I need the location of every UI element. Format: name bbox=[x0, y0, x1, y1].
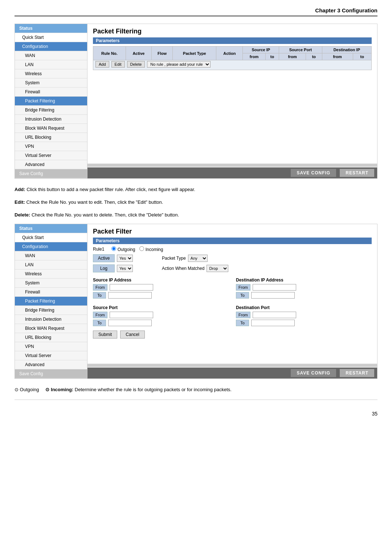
sidebar2-item-wireless[interactable]: Wireless bbox=[15, 270, 87, 279]
desc-edit: Edit: Check the Rule No. you want to edi… bbox=[15, 199, 377, 206]
packet-filter-table: Rule No. Active Flow Packet Type Action … bbox=[93, 46, 372, 70]
dest-ip-from-row: From bbox=[236, 284, 372, 291]
chapter-title: Chapter 3 Configuration bbox=[315, 7, 377, 13]
desc-delete-text: Check the Rule No. you want to delete. T… bbox=[32, 212, 179, 218]
panel1-title: Packet Filtering bbox=[93, 28, 372, 35]
sidebar-item-vpn[interactable]: VPN bbox=[15, 142, 87, 151]
desc-delete: Delete: Check the Rule No. you want to d… bbox=[15, 211, 377, 219]
source-port-to-input[interactable] bbox=[108, 320, 152, 326]
incoming-label[interactable]: Incoming bbox=[139, 246, 163, 252]
source-ip-from-row: From bbox=[93, 284, 229, 291]
active-label: Active bbox=[93, 254, 115, 262]
action-select[interactable]: Drop Accept bbox=[207, 265, 228, 272]
sidebar2-item-configuration[interactable]: Configuration bbox=[15, 242, 87, 251]
sidebar-item-packet-filtering[interactable]: Packet Filtering bbox=[15, 97, 87, 106]
outgoing-radio[interactable] bbox=[111, 246, 116, 251]
sidebar2-item-intrusion-detection[interactable]: Intrusion Detection bbox=[15, 315, 87, 324]
outgoing-text: Outgoing bbox=[118, 247, 135, 252]
sidebar-item-wireless[interactable]: Wireless bbox=[15, 69, 87, 78]
sidebar2-item-wan[interactable]: WAN bbox=[15, 251, 87, 260]
sidebar2-item-save-config[interactable]: Save Config bbox=[15, 369, 87, 378]
sidebar-item-wan[interactable]: WAN bbox=[15, 51, 87, 60]
source-port-from-input[interactable] bbox=[110, 312, 153, 318]
scrollbar1[interactable] bbox=[87, 164, 377, 167]
sidebar2-item-system[interactable]: System bbox=[15, 279, 87, 288]
sidebar-item-bridge-filtering[interactable]: Bridge Filtering bbox=[15, 106, 87, 115]
incoming-text: Incoming bbox=[146, 247, 163, 252]
save-config-btn1[interactable]: SAVE CONFIG bbox=[291, 169, 336, 177]
sidebar-item-status[interactable]: Status bbox=[15, 24, 87, 33]
sidebar-item-firewall[interactable]: Firewall bbox=[15, 88, 87, 97]
sidebar-item-quickstart[interactable]: Quick Start bbox=[15, 33, 87, 42]
source-ip-to-row: To bbox=[93, 292, 229, 299]
th-source-port-to: to bbox=[306, 53, 322, 60]
th-source-ip: Source IP bbox=[243, 46, 279, 53]
active-select[interactable]: Yes No bbox=[117, 255, 133, 262]
delete-button[interactable]: Delete bbox=[127, 61, 145, 68]
sidebar-item-intrusion-detection[interactable]: Intrusion Detection bbox=[15, 115, 87, 124]
desc-add-text: Click this button to add a new packet fi… bbox=[26, 187, 195, 192]
sidebar2-item-bridge-filtering[interactable]: Bridge Filtering bbox=[15, 306, 87, 315]
outgoing-label[interactable]: Outgoing bbox=[111, 246, 135, 252]
restart-btn2[interactable]: RESTART bbox=[340, 369, 374, 377]
log-action-row: Log Yes No Action When Matched Drop Acce… bbox=[93, 264, 372, 272]
dest-port-title: Destination Port bbox=[236, 305, 372, 310]
panel1: Status Quick Start Configuration WAN LAN… bbox=[15, 24, 377, 179]
panel2-title: Packet Filter bbox=[93, 228, 372, 235]
panel2: Status Quick Start Configuration WAN LAN… bbox=[15, 224, 377, 379]
source-ip-to-input[interactable] bbox=[108, 292, 152, 299]
scrollbar2[interactable] bbox=[87, 364, 377, 367]
sidebar2-item-quickstart[interactable]: Quick Start bbox=[15, 233, 87, 242]
restart-btn1[interactable]: RESTART bbox=[340, 169, 374, 177]
save-config-btn2[interactable]: SAVE CONFIG bbox=[291, 369, 336, 377]
add-button[interactable]: Add bbox=[95, 61, 109, 68]
footer-text: Determine whether the rule is for outgoi… bbox=[75, 387, 232, 392]
desc-edit-text: Check the Rule No. you want to edit. The… bbox=[26, 199, 163, 205]
th-destination-ip: Destination IP bbox=[322, 46, 371, 53]
sidebar-item-virtual-server[interactable]: Virtual Server bbox=[15, 151, 87, 160]
log-label: Log bbox=[93, 264, 115, 272]
sidebar2-item-lan[interactable]: LAN bbox=[15, 260, 87, 270]
no-rule-select[interactable]: No rule , please add your rule bbox=[147, 61, 211, 68]
th-source-port: Source Port bbox=[279, 46, 322, 53]
sidebar2-item-url-blocking[interactable]: URL Blocking bbox=[15, 333, 87, 342]
toolbar-row: Add Edit Delete No rule , please add you… bbox=[95, 61, 369, 68]
dest-ip-to-input[interactable] bbox=[251, 292, 295, 299]
panel2-content: Packet Filter Parameters Rule1 Outgoing … bbox=[87, 224, 377, 378]
dest-port-from-input[interactable] bbox=[253, 312, 296, 318]
cancel-button[interactable]: Cancel bbox=[120, 331, 144, 339]
sidebar2-item-virtual-server[interactable]: Virtual Server bbox=[15, 351, 87, 360]
packet-type-select[interactable]: Any TCP UDP ICMP bbox=[188, 255, 208, 262]
sidebar2-item-packet-filtering[interactable]: Packet Filtering bbox=[15, 297, 87, 306]
page-divider bbox=[15, 400, 377, 400]
submit-button[interactable]: Submit bbox=[93, 331, 117, 339]
sidebar-item-configuration[interactable]: Configuration bbox=[15, 42, 87, 51]
main-content1: Packet Filtering Parameters Rule No. Act… bbox=[87, 24, 377, 163]
edit-button[interactable]: Edit bbox=[111, 61, 125, 68]
source-ip-from-input[interactable] bbox=[110, 284, 153, 291]
source-port-title: Source Port bbox=[93, 305, 229, 310]
page-container: Chapter 3 Configuration Status Quick Sta… bbox=[0, 0, 392, 424]
sidebar2-item-advanced[interactable]: Advanced bbox=[15, 360, 87, 369]
sidebar-item-lan[interactable]: LAN bbox=[15, 60, 87, 69]
sidebar2-item-status[interactable]: Status bbox=[15, 224, 87, 233]
sidebar-item-block-wan-request[interactable]: Block WAN Request bbox=[15, 124, 87, 133]
source-ip-title: Source IP Address bbox=[93, 278, 229, 283]
dest-ip-from-input[interactable] bbox=[253, 284, 296, 291]
sidebar2-item-firewall[interactable]: Firewall bbox=[15, 288, 87, 297]
log-select[interactable]: Yes No bbox=[117, 265, 133, 272]
sidebar-item-system[interactable]: System bbox=[15, 78, 87, 88]
source-port-from-label: From bbox=[93, 312, 107, 318]
sidebar-item-advanced[interactable]: Advanced bbox=[15, 160, 87, 169]
sidebar2-item-vpn[interactable]: VPN bbox=[15, 342, 87, 351]
incoming-radio[interactable] bbox=[139, 246, 144, 251]
dest-ip-col: Destination IP Address From To bbox=[236, 275, 372, 300]
dest-port-to-input[interactable] bbox=[251, 320, 295, 326]
th-source-port-from: from bbox=[279, 53, 306, 60]
ip-section: Source IP Address From To Destination IP… bbox=[93, 275, 372, 300]
sidebar2-item-block-wan-request[interactable]: Block WAN Request bbox=[15, 324, 87, 333]
sidebar-item-url-blocking[interactable]: URL Blocking bbox=[15, 133, 87, 142]
dest-port-to-label: To bbox=[236, 320, 249, 326]
sidebar-item-save-config[interactable]: Save Config bbox=[15, 169, 87, 178]
dest-port-to-row: To bbox=[236, 320, 372, 326]
